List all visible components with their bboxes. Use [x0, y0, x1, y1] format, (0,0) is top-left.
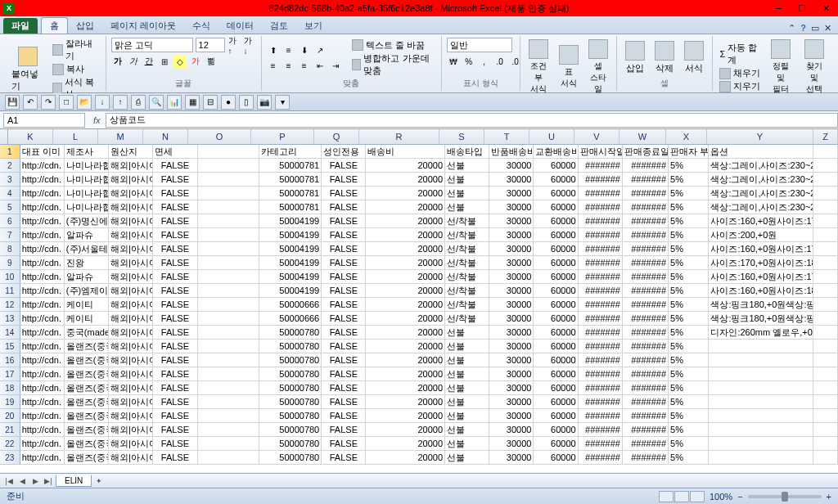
cell[interactable]: 해외|아시아	[109, 298, 153, 312]
cell[interactable]: 5%	[669, 381, 709, 395]
cell[interactable]: FALSE	[322, 451, 366, 465]
cell[interactable]	[198, 353, 260, 367]
cell[interactable]: #######	[623, 340, 669, 353]
cell[interactable]: 60000	[534, 173, 578, 187]
increase-font-button[interactable]: 가↑	[228, 38, 241, 52]
cell[interactable]: 60000	[534, 451, 578, 465]
cell[interactable]: FALSE	[153, 214, 197, 228]
cell[interactable]: 50000780	[259, 367, 322, 381]
cell[interactable]: FALSE	[322, 242, 366, 256]
header-cell[interactable]	[198, 145, 260, 159]
cell[interactable]: FALSE	[153, 353, 197, 367]
cell[interactable]	[198, 298, 260, 312]
cell[interactable]: #######	[623, 409, 669, 423]
cell[interactable]: 50000666	[259, 312, 322, 326]
cell[interactable]: 선불	[445, 353, 489, 367]
cell[interactable]	[198, 159, 260, 173]
cell[interactable]: #######	[623, 451, 669, 465]
row-header-11[interactable]: 11	[0, 284, 20, 298]
cell[interactable]: 해외|아시아	[109, 256, 153, 270]
cell[interactable]	[198, 284, 260, 298]
cell[interactable]: 해외|아시아	[109, 409, 153, 423]
cell[interactable]: #######	[579, 298, 623, 312]
cell[interactable]: 20000	[366, 159, 445, 173]
sheet-nav-last[interactable]: ▶|	[43, 475, 54, 487]
cell[interactable]	[813, 284, 838, 298]
merge-center-button[interactable]: 병합하고 가운데 맞춤	[350, 52, 436, 77]
cell[interactable]: 5%	[669, 159, 709, 173]
cell[interactable]: 선불	[445, 437, 489, 451]
zoom-slider[interactable]	[748, 495, 822, 498]
cell[interactable]: 50000780	[259, 409, 322, 423]
cell[interactable]: FALSE	[153, 451, 197, 465]
cell[interactable]: 5%	[669, 242, 709, 256]
font-size-combo[interactable]: 12	[196, 38, 225, 52]
cell[interactable]	[198, 451, 260, 465]
cell[interactable]	[813, 256, 838, 270]
window-restore-icon[interactable]: ▭	[811, 23, 819, 34]
cell[interactable]: 60000	[534, 214, 578, 228]
sheet-nav-prev[interactable]: ◀	[16, 475, 28, 487]
cell[interactable]: 60000	[534, 200, 578, 214]
cell[interactable]	[198, 423, 260, 437]
cell[interactable]	[813, 270, 838, 284]
cell[interactable]: FALSE	[153, 409, 197, 423]
cell[interactable]: FALSE	[322, 173, 366, 187]
column-header-W[interactable]: W	[619, 129, 666, 144]
cell[interactable]: #######	[579, 326, 623, 340]
cell[interactable]: 20000	[366, 326, 445, 340]
cell[interactable]: http://cdn.	[20, 367, 65, 381]
row-header-3[interactable]: 3	[0, 173, 20, 187]
cell[interactable]: 색상:핑크180,+0원색상:핑크190,	[709, 298, 813, 312]
cell[interactable]: 올랜즈(중국	[65, 340, 109, 353]
cell[interactable]: http://cdn.	[20, 451, 65, 465]
cell[interactable]: 사이즈:170,+0원사이즈:180,+0원	[709, 256, 813, 270]
cell[interactable]	[813, 312, 838, 326]
wrap-text-button[interactable]: 텍스트 줄 바꿈	[350, 39, 436, 52]
delete-cells-button[interactable]: 삭제	[651, 39, 678, 76]
cell[interactable]: 해외|아시아	[109, 353, 153, 367]
cell[interactable]: 해외|아시아	[109, 214, 153, 228]
insert-cells-button[interactable]: 삽입	[622, 39, 648, 76]
cell[interactable]: #######	[623, 173, 669, 187]
paste-button[interactable]: 붙여넣기	[8, 45, 47, 94]
cell[interactable]: 선불	[445, 187, 489, 200]
cell[interactable]	[198, 367, 260, 381]
cell[interactable]	[813, 423, 838, 437]
cell[interactable]	[709, 353, 813, 367]
row-header-2[interactable]: 2	[0, 159, 20, 173]
cell[interactable]: 나미나라협	[65, 200, 109, 214]
column-header-K[interactable]: K	[8, 129, 53, 144]
cell[interactable]: 해외|아시아	[109, 242, 153, 256]
cell[interactable]: FALSE	[153, 367, 197, 381]
column-header-Y[interactable]: Y	[707, 129, 813, 144]
header-cell[interactable]: 성인전용	[322, 145, 366, 159]
cell[interactable]: 20000	[366, 312, 445, 326]
cell[interactable]: 디자인:260mm 옐로우,+0원디자	[709, 326, 813, 340]
cell[interactable]	[198, 256, 260, 270]
cell[interactable]: http://cdn.	[20, 312, 65, 326]
bold-button[interactable]: 가	[111, 55, 124, 68]
cell[interactable]	[813, 228, 838, 242]
cell[interactable]: #######	[579, 423, 623, 437]
cell[interactable]: 해외|아시아	[109, 312, 153, 326]
column-header-Z[interactable]: Z	[813, 129, 838, 144]
cell[interactable]	[198, 381, 260, 395]
underline-button[interactable]: 간	[142, 55, 155, 68]
cell[interactable]: 20000	[366, 381, 445, 395]
cell[interactable]: 올랜즈(중국	[65, 381, 109, 395]
cell[interactable]: FALSE	[153, 173, 197, 187]
cell[interactable]: 60000	[534, 340, 578, 353]
cell[interactable]: 60000	[534, 312, 578, 326]
cell[interactable]: 30000	[489, 256, 534, 270]
cell[interactable]: 색상:그레이,사이즈:230~235,+0	[709, 200, 813, 214]
cell[interactable]	[198, 173, 260, 187]
cell[interactable]: 5%	[669, 187, 709, 200]
cell[interactable]: #######	[623, 298, 669, 312]
column-header-X[interactable]: X	[666, 129, 707, 144]
cell[interactable]: 30000	[489, 326, 534, 340]
cell[interactable]: 60000	[534, 381, 578, 395]
cell[interactable]: 선/착불	[445, 270, 489, 284]
zoom-out-button[interactable]: −	[737, 492, 742, 502]
column-header-R[interactable]: R	[359, 129, 439, 144]
